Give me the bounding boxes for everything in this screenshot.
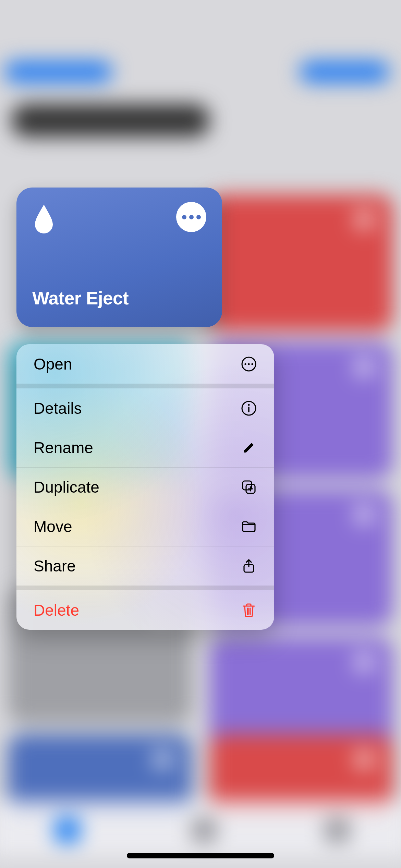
menu-item-label: Delete bbox=[34, 601, 79, 619]
menu-item-label: Details bbox=[34, 399, 82, 418]
svg-point-1 bbox=[244, 363, 246, 365]
menu-item-open[interactable]: Open bbox=[16, 344, 274, 384]
shortcut-preview-card[interactable]: Water Eject bbox=[16, 188, 222, 327]
svg-point-5 bbox=[248, 404, 250, 406]
share-icon bbox=[241, 558, 257, 574]
menu-item-delete[interactable]: Delete bbox=[16, 590, 274, 630]
menu-item-label: Share bbox=[34, 557, 76, 575]
menu-item-rename[interactable]: Rename bbox=[16, 428, 274, 467]
menu-item-details[interactable]: Details bbox=[16, 388, 274, 428]
menu-item-label: Move bbox=[34, 517, 72, 536]
menu-item-label: Rename bbox=[34, 438, 93, 457]
trash-icon bbox=[241, 602, 257, 618]
shortcut-title: Water Eject bbox=[32, 288, 206, 309]
ellipsis-circle-icon bbox=[241, 356, 257, 372]
menu-separator bbox=[16, 586, 274, 590]
menu-item-label: Duplicate bbox=[34, 478, 99, 496]
home-indicator bbox=[127, 853, 274, 858]
menu-item-share[interactable]: Share bbox=[16, 546, 274, 586]
info-circle-icon bbox=[241, 400, 257, 417]
more-button[interactable] bbox=[176, 202, 206, 232]
menu-item-duplicate[interactable]: Duplicate bbox=[16, 467, 274, 507]
svg-point-3 bbox=[251, 363, 253, 365]
pencil-icon bbox=[241, 439, 257, 456]
menu-item-label: Open bbox=[34, 355, 72, 373]
context-menu: Open Details Rename Duplicate Move bbox=[16, 344, 274, 630]
menu-item-move[interactable]: Move bbox=[16, 507, 274, 546]
svg-point-2 bbox=[248, 363, 250, 365]
folder-icon bbox=[241, 518, 257, 535]
water-drop-icon bbox=[32, 203, 56, 234]
menu-separator bbox=[16, 384, 274, 388]
plus-on-square-icon bbox=[241, 479, 257, 495]
